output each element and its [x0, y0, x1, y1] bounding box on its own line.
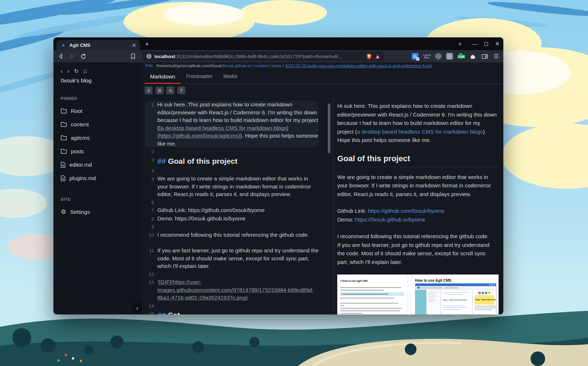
breadcrumb: PIN /home/null/go/src/github.com/0xsuk/0… — [141, 62, 503, 69]
editor-line[interactable]: 14 — [145, 302, 319, 310]
tab-search-chevron-icon[interactable]: ∨ — [458, 37, 462, 50]
breadcrumb-text: / — [251, 64, 254, 68]
sidebar-sections: PINNEDRootcontentagitcmspostseditor.mdpl… — [61, 96, 141, 219]
sidebar-item-content[interactable]: content — [61, 118, 141, 131]
nav-forward-icon[interactable]: › — [67, 68, 69, 74]
timer-extension-icon[interactable]: 2.3h — [456, 50, 466, 62]
editor-line[interactable]: 4 — [145, 167, 319, 175]
preview-text: We are going to create a simple markdown… — [337, 174, 491, 197]
tab-markdown[interactable]: Markdown — [145, 69, 181, 84]
sidebar-item-root[interactable]: Root — [61, 104, 141, 118]
format-button-#[interactable]: # — [145, 86, 153, 94]
tab-media[interactable]: Media — [218, 69, 243, 84]
line-number: 13 — [145, 278, 154, 302]
close-window-button[interactable]: ✕ — [495, 37, 500, 50]
section-label: SITE — [61, 197, 141, 202]
blog-title[interactable]: 0xsuk's blog — [61, 77, 141, 84]
forward-button[interactable] — [68, 50, 76, 62]
browser-toolbar: ! localhost:3131/#/site/editor/fddb962c-… — [53, 50, 503, 62]
editor-line[interactable]: 11If you are fast learner, just go to gi… — [145, 247, 319, 270]
sidebar-item-editor.md[interactable]: editor.md — [61, 158, 141, 171]
upload-extension-icon[interactable]: ↑ — [445, 50, 454, 62]
url-divider — [363, 54, 363, 59]
menu-icon[interactable]: ☰ — [492, 50, 501, 62]
editor-tabs: MarkdownFrontmatterMedia — [141, 69, 503, 84]
preview-link[interactable]: https://0xsuk.github.io/byome — [355, 216, 425, 223]
folder-icon — [61, 149, 67, 154]
minimize-button[interactable]: — — [472, 37, 478, 50]
editor-line[interactable]: 2 — [145, 147, 319, 156]
breadcrumb-link[interactable]: 2022-03-25-build-your-own-markdown-edito… — [285, 64, 432, 68]
sidebar-item-plugins.md[interactable]: plugins.md — [61, 171, 141, 185]
line-number: 12 — [145, 270, 154, 278]
url-text: localhost:3131/#/site/editor/fddb962c-28… — [154, 54, 360, 59]
editor-line[interactable]: 13![GIF](https://user-images.githubuserc… — [145, 278, 319, 302]
line-number: 15 — [145, 310, 154, 314]
editor-line[interactable]: 5We are going to create a simple markdow… — [145, 175, 319, 198]
line-number: 2 — [145, 147, 154, 156]
line-number: 9 — [145, 223, 154, 231]
browser-tab[interactable]: a Agit CMS ✕ — [56, 40, 140, 50]
agitcms-app: ‹ › ↻ ⌂ 0xsuk's blog PINNEDRootcontentag… — [53, 62, 503, 314]
back-button[interactable] — [56, 50, 65, 62]
lyrics-extension-icon[interactable]: LyricsHere — [422, 50, 432, 62]
sidebar-collapse-button[interactable]: ‹ — [133, 302, 142, 314]
editor-line[interactable]: 8Demo: https://0xsuk.github.io/byome — [145, 215, 319, 223]
preview-text: Demo: — [337, 216, 355, 223]
editor-line[interactable]: 1Hi suk here. This post explains how to … — [145, 101, 319, 147]
preview-heading: Goal of this project — [337, 154, 498, 167]
translate-extension-icon[interactable]: G文 — [410, 50, 420, 62]
tab-strip: a Agit CMS ✕ + ∨ — ✕ — [53, 37, 503, 50]
line-number: 6 — [145, 198, 154, 207]
format-toolbar: #BAT — [141, 84, 503, 97]
nav-home-icon[interactable]: ⌂ — [83, 68, 87, 75]
editor-scrollbar-thumb[interactable] — [328, 103, 330, 153]
tab-favicon: a — [60, 42, 66, 48]
editor-line[interactable]: 3## Goal of this project — [145, 156, 319, 167]
breadcrumb-path: /home/null/go/src/github.com/0xsuk/0xsuk… — [156, 64, 432, 68]
format-button-b[interactable]: B — [156, 86, 164, 94]
nested-screenshot: Hugo - Static Site GeneratorWhat is a st… — [415, 283, 496, 314]
tab-close-icon[interactable]: ✕ — [132, 42, 136, 48]
url-bar[interactable]: ! localhost:3131/#/site/editor/fddb962c-… — [143, 52, 384, 61]
sidebar-item-agitcms[interactable]: agitcms — [61, 131, 141, 145]
sidebar-item-posts[interactable]: posts — [61, 145, 141, 158]
breadcrumb-link[interactable]: content — [254, 64, 268, 68]
file-icon — [61, 162, 65, 168]
breadcrumb-link[interactable]: 0xsuk.github.io — [223, 64, 251, 68]
breadcrumb-link[interactable]: posts — [271, 64, 282, 68]
preview-link[interactable]: https://github.com/0xsuk/byome — [368, 208, 444, 214]
line-number: 8 — [145, 215, 154, 223]
brave-rewards-icon[interactable] — [375, 54, 380, 59]
format-button-t[interactable]: T — [177, 86, 185, 94]
markdown-editor[interactable]: 1Hi suk here. This post explains how to … — [141, 97, 325, 314]
editor-line[interactable]: 10I recommend following this tutorial re… — [145, 231, 319, 239]
editor-line[interactable]: 7Github Link: https://github.com/0xsuk/b… — [145, 206, 319, 215]
new-tab-button[interactable]: + — [145, 40, 149, 48]
format-button-a[interactable]: A — [166, 86, 174, 94]
sidebar-item-settings[interactable]: ⚙Settings — [61, 205, 141, 219]
maximize-button[interactable] — [484, 37, 488, 50]
nav-back-icon[interactable]: ‹ — [61, 68, 63, 74]
reload-button[interactable] — [79, 50, 88, 62]
site-info-icon[interactable]: ! — [146, 54, 152, 59]
folder-icon — [61, 122, 67, 127]
extensions-puzzle-icon[interactable] — [468, 50, 478, 62]
preview-image: # How to use Agit CMS## Add a new siteHo… — [337, 274, 499, 314]
editor-line[interactable]: 9 — [145, 223, 319, 231]
line-number: 11 — [145, 247, 154, 270]
line-number: 7 — [145, 206, 154, 215]
pin-button[interactable]: PIN — [145, 64, 153, 68]
bookmark-icon[interactable] — [129, 50, 137, 62]
nav-refresh-icon[interactable]: ↻ — [74, 68, 79, 74]
avatar-extension-icon[interactable] — [434, 50, 443, 62]
brave-shield-icon[interactable] — [366, 53, 372, 60]
brave-wallet-icon[interactable] — [480, 50, 490, 62]
folder-icon — [61, 108, 67, 114]
editor-line[interactable]: 12 — [145, 270, 319, 278]
editor-line[interactable]: 15## Set — [145, 310, 319, 314]
editor-line[interactable]: 6 — [145, 198, 319, 207]
sidebar-nav: ‹ › ↻ ⌂ — [61, 68, 141, 75]
tab-frontmatter[interactable]: Frontmatter — [181, 69, 218, 84]
preview-link[interactable]: a desktop based headless CMS for markdow… — [357, 129, 483, 135]
